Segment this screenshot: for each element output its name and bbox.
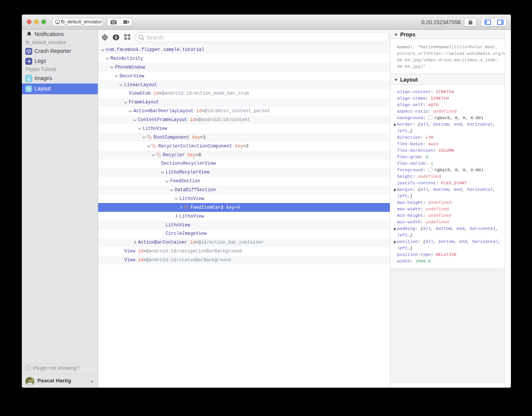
svg-text:?: ?	[27, 365, 29, 370]
